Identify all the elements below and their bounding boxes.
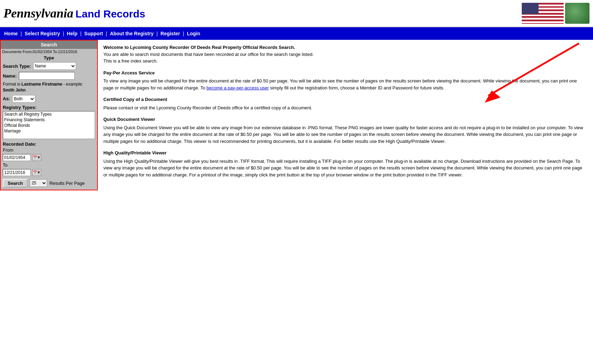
pay-per-access-p2: simply fill out the registration form, c… xyxy=(269,85,445,90)
high-quality-p: Using the High Quality/Printable Viewer … xyxy=(103,159,582,177)
main-layout: Search Documents From:01/02/1954 To:12/2… xyxy=(0,40,593,190)
nav-help[interactable]: Help xyxy=(66,31,78,36)
pay-per-access-section: Pay-Per Access Service To view any image… xyxy=(103,70,587,92)
pay-per-access-link[interactable]: become a pay-per-access user xyxy=(206,85,269,90)
certified-copy-section: Certified Copy of a Document Please cont… xyxy=(103,96,587,111)
nav-support[interactable]: Support xyxy=(83,31,104,36)
quick-viewer-p: Using the Quick Document Viewer you will… xyxy=(103,125,583,144)
to-label: To xyxy=(3,162,8,168)
certified-title: Certified Copy of a Document xyxy=(103,96,587,103)
registry-listbox[interactable]: Search all Registry Types Financing Stat… xyxy=(3,111,95,139)
as-select[interactable]: Both Grantor Grantee xyxy=(12,95,35,103)
flag-image xyxy=(522,3,564,24)
registry-types-label: Registry Types: xyxy=(1,104,97,111)
to-calendar-button[interactable]: 📅▼ xyxy=(32,169,41,176)
name-label: Name: xyxy=(3,73,17,79)
to-date-row: To xyxy=(1,162,97,168)
search-type-row: Search Type: Name Book/Page Document Num… xyxy=(1,61,97,71)
format-bold: Lastname Firstname xyxy=(21,82,62,87)
quick-viewer-title: Quick Document Viewer xyxy=(103,116,587,123)
results-per-page-label: Results Per Page xyxy=(49,181,85,186)
search-button[interactable]: Search xyxy=(3,179,28,188)
pay-per-access-title: Pay-Per Access Service xyxy=(103,70,587,77)
from-label: From xyxy=(3,147,13,153)
header-images xyxy=(522,3,590,24)
search-sidebar: Search Documents From:01/02/1954 To:12/2… xyxy=(0,40,98,190)
header: Pennsylvania Land Records xyxy=(0,0,593,27)
welcome-p2: This is a free index search. xyxy=(103,58,158,64)
nav-about[interactable]: About the Registry xyxy=(109,31,154,36)
welcome-p1: You are able to search most documents th… xyxy=(103,52,314,57)
name-row: Name: xyxy=(1,71,97,81)
from-date-input[interactable] xyxy=(3,154,31,161)
name-input[interactable] xyxy=(19,72,75,80)
high-quality-title: High Quality/Printable Viewer xyxy=(103,150,587,156)
nav-login[interactable]: Login xyxy=(186,31,201,36)
doc-range: Documents From:01/02/1954 To:12/21/2016 xyxy=(1,49,97,54)
results-per-page-select[interactable]: 25 50 100 xyxy=(30,179,47,187)
globe-image xyxy=(565,3,590,24)
from-calendar-button[interactable]: 📅▼ xyxy=(32,154,41,161)
to-date-input-row: 📅▼ xyxy=(1,168,97,177)
nav-home[interactable]: Home xyxy=(3,31,19,36)
high-quality-section: High Quality/Printable Viewer Using the … xyxy=(103,150,587,178)
search-type-label: Search Type: xyxy=(3,64,31,69)
certified-p: Please contact or visit the Lycoming Cou… xyxy=(103,105,312,110)
registry-option-financing[interactable]: Financing Statements xyxy=(3,117,95,123)
type-header: Type xyxy=(1,54,97,61)
from-date-row: From xyxy=(1,147,97,153)
format-example-name: Smith John xyxy=(3,88,25,93)
recorded-date-label: Recorded Date: xyxy=(1,140,97,147)
site-title-land-records: Land Records xyxy=(75,8,145,20)
nav-select-registry[interactable]: Select Registry xyxy=(24,31,61,36)
nav-register[interactable]: Register xyxy=(160,31,181,36)
registry-option-bonds[interactable]: Official Bonds xyxy=(3,123,95,128)
quick-viewer-section: Quick Document Viewer Using the Quick Do… xyxy=(103,116,587,145)
as-label: As: xyxy=(3,96,10,101)
search-type-select[interactable]: Name Book/Page Document Number Legal Des… xyxy=(33,62,76,70)
site-title-pennsylvania: Pennsylvania xyxy=(3,6,73,21)
header-left: Pennsylvania Land Records xyxy=(3,6,145,21)
sidebar-title: Search xyxy=(1,41,97,49)
welcome-title: Welcome to Lycoming County Recorder Of D… xyxy=(103,45,295,50)
to-date-input[interactable] xyxy=(3,169,31,176)
format-note: Format is Lastname Firstname - example: … xyxy=(1,81,97,94)
navbar: Home | Select Registry | Help | Support … xyxy=(0,27,593,40)
from-date-input-row: 📅▼ xyxy=(1,153,97,162)
search-row: Search 25 50 100 Results Per Page xyxy=(1,177,97,190)
content-area: Welcome to Lycoming County Recorder Of D… xyxy=(98,40,593,187)
welcome-section: Welcome to Lycoming County Recorder Of D… xyxy=(103,44,587,65)
as-row: As: Both Grantor Grantee xyxy=(1,94,97,104)
registry-option-marriage[interactable]: Marriage xyxy=(3,128,95,134)
registry-option-all[interactable]: Search all Registry Types xyxy=(3,111,95,117)
